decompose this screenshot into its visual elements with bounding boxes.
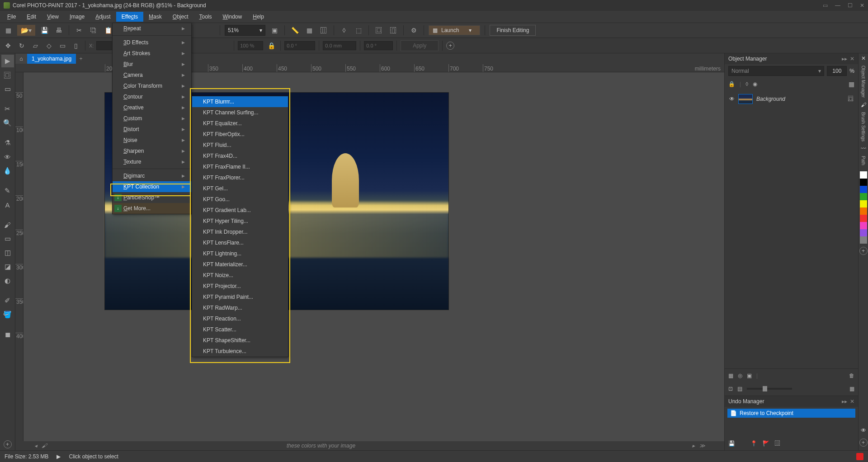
kpt-item-kpt-fraxplorer-[interactable]: KPT FraxPlorer... [192,172,288,183]
color-swatch[interactable] [860,171,867,179]
opts-icon[interactable]: ⿵ [388,25,399,36]
opacity-input[interactable] [827,66,847,76]
close-button[interactable]: ✕ [860,2,864,9]
order-icon[interactable]: ▤ [737,386,742,392]
rotate-icon[interactable]: ↻ [16,40,27,51]
panel-collapse-icon[interactable]: ▸▸ [842,398,847,405]
menu-view[interactable]: View [42,12,64,22]
effects-item-art-strokes[interactable]: Art Strokes▶ [113,48,191,59]
clone-tool[interactable]: ⚗ [1,137,14,149]
effects-item-custom[interactable]: Custom▶ [113,113,191,124]
menu-mask[interactable]: Mask [143,12,167,22]
kpt-item-kpt-lensflare-[interactable]: KPT LensFlare... [192,237,288,248]
rail-tab-object-manager[interactable]: Object Manager [861,63,866,100]
color-swatch[interactable] [860,207,867,215]
color-swatch[interactable] [860,179,867,186]
mm1-input[interactable]: 0.0 mm [323,41,356,50]
menu-adjust[interactable]: Adjust [90,12,116,22]
rail-brush-icon[interactable]: 🖌 [861,102,866,108]
checkpoint-pin-icon[interactable]: 📍 [750,440,757,447]
guidelines-icon[interactable]: ⿲ [318,25,329,36]
clip-to-parent-icon[interactable]: ◊ [745,81,748,87]
new-lens-icon[interactable]: ◎ [738,372,742,379]
color-swatch[interactable] [860,229,867,236]
scale-x-input[interactable]: 100 % [238,41,263,50]
lock-icon[interactable]: 🔒 [728,81,735,87]
status-play-icon[interactable]: ▶ [57,453,61,460]
new-group-icon[interactable]: ▣ [747,372,752,379]
effects-item-3d-effects[interactable]: 3D Effects▶ [113,37,191,48]
enable-icon[interactable]: ◉ [753,81,757,87]
kpt-item-kpt-materializer-[interactable]: KPT Materializer... [192,259,288,270]
transparency-tool[interactable]: ◐ [1,274,14,287]
layer-row[interactable]: 👁 Background ⿴ [728,92,854,106]
finish-editing-button[interactable]: Finish Editing [490,25,536,36]
menu-object[interactable]: Object [167,12,194,22]
effects-item-repeat[interactable]: Repeat▶ [113,23,191,34]
perspective-icon[interactable]: ▭ [57,40,68,51]
mask-overlay-icon[interactable]: ◊ [339,25,349,36]
kpt-item-kpt-scatter-[interactable]: KPT Scatter... [192,324,288,335]
apply-button[interactable]: Apply [401,40,439,51]
pick-tool[interactable]: ▶ [1,55,14,67]
zoom-select[interactable]: 51%▾ [225,25,265,36]
eyedropper-tool[interactable]: ✐ [1,294,14,307]
text-tool[interactable]: A [1,198,14,211]
kpt-item-kpt-channel-surfing-[interactable]: KPT Channel Surfing... [192,107,288,118]
layer-name[interactable]: Background [756,96,785,102]
effects-item-camera[interactable]: Camera▶ [113,70,191,80]
add-doc-tab[interactable]: + [76,54,86,64]
csui-icon[interactable]: ▭ [823,2,828,9]
paint-tool[interactable]: 🖌 [1,218,14,231]
effects-item-sharpen[interactable]: Sharpen▶ [113,146,191,156]
clip-icon[interactable]: ⿴ [373,25,384,36]
fill-tool[interactable]: 🪣 [1,308,14,321]
mask-transform-tool[interactable]: ⿴ [1,69,14,81]
kpt-item-kpt-frax4d-[interactable]: KPT Frax4D... [192,151,288,161]
checkpoint-arrange-icon[interactable]: ⿲ [775,440,780,447]
document-tab[interactable]: 1_yokohama.jpg [27,54,76,64]
thumbnail-options-icon[interactable]: ▦ [849,386,854,392]
print-icon[interactable]: 🖶 [53,25,64,36]
zoom-tool[interactable]: 🔍 [1,117,14,129]
crop-tool[interactable]: ✂ [1,103,14,115]
color-swatch[interactable] [860,193,867,200]
zoom-slider[interactable] [747,388,792,390]
ruler-icon[interactable]: 📏 [289,25,300,36]
eraser-tool[interactable]: ◫ [1,246,14,259]
checker-icon[interactable]: ▦ [849,80,854,88]
color-swatch[interactable] [860,186,867,193]
kpt-item-kpt-ink-dropper-[interactable]: KPT Ink Dropper... [192,226,288,237]
kpt-item-kpt-fraxflame-ii-[interactable]: KPT FraxFlame II... [192,161,288,172]
effects-item-creative[interactable]: Creative▶ [113,102,191,113]
effects-item-texture[interactable]: Texture▶ [113,156,191,167]
rail-add-icon[interactable]: + [859,438,868,447]
launch-button[interactable]: ▦Launch▾ [429,25,480,35]
kpt-item-kpt-turbulence-[interactable]: KPT Turbulence... [192,346,288,357]
kpt-item-kpt-hyper-tiling-[interactable]: KPT Hyper Tiling... [192,216,288,226]
menu-file[interactable]: File [2,12,21,22]
rail-eye-icon[interactable]: 👁 [861,427,866,434]
effects-item-noise[interactable]: Noise▶ [113,135,191,146]
save-state-icon[interactable]: 💾 [728,440,735,447]
kpt-item-kpt-radwarp-[interactable]: KPT RadWarp... [192,302,288,313]
effect-tool[interactable]: ✎ [1,184,14,197]
effects-item-digimarc[interactable]: Digimarc▶ [113,170,191,181]
settings-icon[interactable]: ⚙ [408,25,419,36]
kpt-item-kpt-fiberoptix-[interactable]: KPT FiberOptix... [192,129,288,140]
deg2-input[interactable]: 0.0 ° [364,41,393,50]
rail-tab-path[interactable]: Path [861,153,866,168]
menu-help[interactable]: Help [247,12,269,22]
redeye-tool[interactable]: 👁 [1,151,14,163]
status-color-icon[interactable] [856,453,863,460]
effects-item-color-transform[interactable]: Color Transform▶ [113,80,191,91]
rectangle-tool[interactable]: ▭ [1,232,14,245]
rect-mask-tool[interactable]: ▭ [1,83,14,95]
save-icon[interactable]: 💾 [39,25,50,36]
kpt-item-kpt-reaction-[interactable]: KPT Reaction... [192,313,288,324]
rail-close-icon[interactable]: ✕ [861,55,866,61]
add-swatch-icon[interactable]: + [859,247,868,255]
perspective2-icon[interactable]: ▯ [71,40,81,51]
home-tab[interactable]: ⌂ [15,54,27,64]
effects-item-kpt-collection[interactable]: KPT Collection▶ [113,181,191,192]
